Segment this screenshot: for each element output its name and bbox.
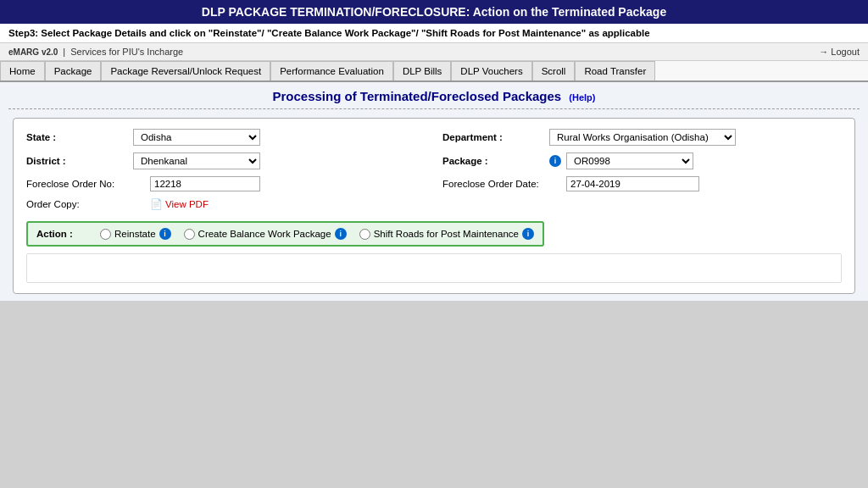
foreclose-order-date-label: Foreclose Order Date: [442, 179, 561, 189]
page-heading: Processing of Terminated/Foreclosed Pack… [8, 89, 860, 109]
form-row-action: Action : Reinstate i Create Balance Work… [26, 217, 842, 247]
reinstate-info-icon[interactable]: i [159, 228, 171, 240]
create-balance-option[interactable]: Create Balance Work Package i [184, 228, 347, 240]
pdf-icon: 📄 [150, 198, 163, 210]
form-cell-package: Package : i OR0998 [442, 152, 842, 169]
foreclose-order-no-input[interactable] [150, 176, 260, 191]
form-row-foreclose: Foreclose Order No: Foreclose Order Date… [26, 176, 842, 191]
menu-item-reversal[interactable]: Package Reversal/Unlock Request [101, 61, 270, 80]
bottom-area [26, 253, 842, 283]
package-info-icon[interactable]: i [549, 155, 561, 167]
logout-button[interactable]: → Logout [819, 47, 860, 57]
form-cell-dept: Department : Rural Works Organisation (O… [442, 129, 842, 146]
logout-icon: → [819, 47, 828, 57]
help-link[interactable]: (Help) [569, 92, 595, 103]
shift-roads-option[interactable]: Shift Roads for Post Maintenance i [359, 228, 534, 240]
view-pdf-text: View PDF [165, 199, 209, 209]
form-row-order-copy: Order Copy: 📄 View PDF [26, 198, 842, 210]
form-row-district-package: District : Dhenkanal Package : i OR0998 [26, 152, 842, 169]
menu-item-dlpbills[interactable]: DLP Bills [393, 61, 451, 80]
form-row-state-dept: State : Odisha Department : Rural Works … [26, 129, 842, 146]
shift-roads-radio[interactable] [359, 229, 370, 240]
form-cell-foreclose-no: Foreclose Order No: [26, 176, 426, 191]
logout-label: Logout [831, 47, 860, 57]
package-select[interactable]: OR0998 [566, 152, 693, 169]
main-content: Processing of Terminated/Foreclosed Pack… [0, 82, 868, 301]
form-cell-state: State : Odisha [26, 129, 426, 146]
view-pdf-link[interactable]: 📄 View PDF [150, 198, 209, 210]
department-label: Department : [442, 132, 544, 142]
page-header-title: DLP PACKAGE TERMINATION/FORECLOSURE: Act… [0, 0, 868, 24]
action-row: Action : Reinstate i Create Balance Work… [26, 221, 544, 247]
menu-item-performance[interactable]: Performance Evaluation [270, 61, 393, 80]
district-select[interactable]: Dhenkanal [133, 152, 260, 169]
nav-separator: | [63, 47, 65, 57]
top-nav-left: eMARG v2.0 | Services for PIU's Incharge [8, 47, 183, 57]
form-container: State : Odisha Department : Rural Works … [13, 118, 855, 294]
step-bar: Step3: Select Package Details and click … [0, 24, 868, 43]
menu-item-scroll[interactable]: Scroll [532, 61, 576, 80]
shift-roads-label: Shift Roads for Post Maintenance [374, 229, 519, 239]
services-label: Services for PIU's Incharge [70, 47, 183, 57]
menu-item-package[interactable]: Package [45, 61, 102, 80]
foreclose-order-no-label: Foreclose Order No: [26, 179, 145, 189]
foreclose-order-date-input[interactable] [566, 176, 699, 191]
state-select[interactable]: Odisha [133, 129, 260, 146]
district-label: District : [26, 156, 128, 166]
menu-bar: Home Package Package Reversal/Unlock Req… [0, 61, 868, 82]
order-copy-label: Order Copy: [26, 199, 145, 209]
reinstate-label: Reinstate [114, 229, 156, 239]
menu-item-dlpvouchers[interactable]: DLP Vouchers [451, 61, 531, 80]
reinstate-radio[interactable] [100, 229, 111, 240]
create-balance-label: Create Balance Work Package [198, 229, 331, 239]
create-balance-radio[interactable] [184, 229, 195, 240]
page-heading-text: Processing of Terminated/Foreclosed Pack… [272, 89, 561, 103]
department-select[interactable]: Rural Works Organisation (Odisha) [549, 129, 736, 146]
form-cell-district: District : Dhenkanal [26, 152, 426, 169]
reinstate-option[interactable]: Reinstate i [100, 228, 171, 240]
top-nav: eMARG v2.0 | Services for PIU's Incharge… [0, 43, 868, 61]
menu-item-roadtransfer[interactable]: Road Transfer [575, 61, 655, 80]
package-label: Package : [442, 156, 544, 166]
emarg-label: eMARG v2.0 [8, 47, 58, 57]
menu-item-home[interactable]: Home [0, 61, 45, 80]
create-balance-info-icon[interactable]: i [335, 228, 347, 240]
form-cell-order-copy: Order Copy: 📄 View PDF [26, 198, 842, 210]
state-label: State : [26, 132, 128, 142]
form-cell-foreclose-date: Foreclose Order Date: [442, 176, 842, 191]
shift-roads-info-icon[interactable]: i [522, 228, 534, 240]
action-label: Action : [36, 229, 87, 239]
